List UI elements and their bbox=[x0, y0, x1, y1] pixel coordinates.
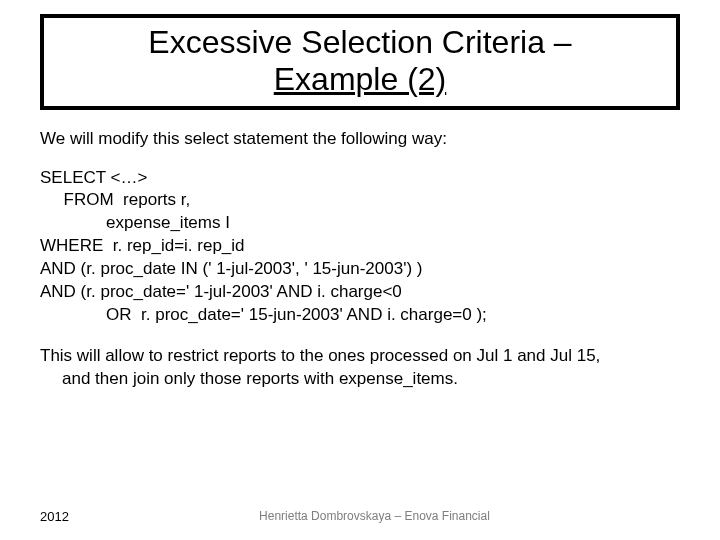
intro-text: We will modify this select statement the… bbox=[40, 128, 680, 151]
title-line-2: Example (2) bbox=[274, 61, 447, 97]
slide-content: We will modify this select statement the… bbox=[40, 128, 680, 391]
explanation-line-2: and then join only those reports with ex… bbox=[40, 368, 680, 391]
footer-credit: Henrietta Dombrovskaya – Enova Financial bbox=[40, 509, 680, 523]
sql-line: AND (r. proc_date=' 1-jul-2003' AND i. c… bbox=[40, 281, 680, 304]
title-box: Excessive Selection Criteria – Example (… bbox=[40, 14, 680, 110]
explanation-line-1: This will allow to restrict reports to t… bbox=[40, 346, 600, 365]
title-line-1: Excessive Selection Criteria – bbox=[148, 24, 571, 60]
sql-line: AND (r. proc_date IN (' 1-jul-2003', ' 1… bbox=[40, 258, 680, 281]
sql-line: WHERE r. rep_id=i. rep_id bbox=[40, 235, 680, 258]
slide-footer: 2012 Henrietta Dombrovskaya – Enova Fina… bbox=[40, 509, 680, 524]
sql-line: FROM reports r, bbox=[40, 189, 680, 212]
explanation-text: This will allow to restrict reports to t… bbox=[40, 345, 680, 391]
sql-line: SELECT <…> bbox=[40, 167, 680, 190]
sql-line: expense_items I bbox=[40, 212, 680, 235]
footer-year: 2012 bbox=[40, 509, 69, 524]
sql-line: OR r. proc_date=' 15-jun-2003' AND i. ch… bbox=[40, 304, 680, 327]
sql-block: SELECT <…> FROM reports r, expense_items… bbox=[40, 167, 680, 328]
slide-title: Excessive Selection Criteria – Example (… bbox=[54, 24, 666, 98]
